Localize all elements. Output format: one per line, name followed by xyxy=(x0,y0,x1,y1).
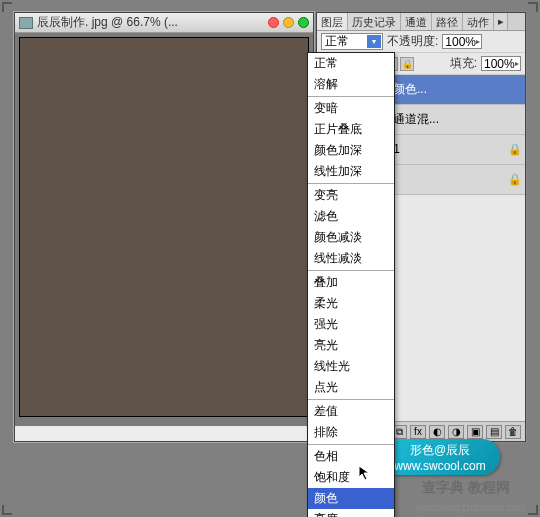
tab-channels[interactable]: 通道 xyxy=(401,13,432,30)
blend-option[interactable]: 滤色 xyxy=(308,206,394,227)
blend-option[interactable]: 变亮 xyxy=(308,185,394,206)
blend-mode-value: 正常 xyxy=(325,33,349,50)
bubble-line1: 形色@辰辰 xyxy=(410,442,470,459)
blend-option[interactable]: 线性减淡 xyxy=(308,248,394,269)
bubble-line2: www.swcool.com xyxy=(394,459,485,473)
separator xyxy=(308,183,394,184)
blend-option[interactable]: 颜色 xyxy=(308,488,394,509)
layer-name: 通道混... xyxy=(393,111,522,128)
blend-option[interactable]: 溶解 xyxy=(308,74,394,95)
chevron-down-icon: ▾ xyxy=(367,35,381,48)
doc-icon xyxy=(19,17,33,29)
lock-icon: 🔒 xyxy=(508,173,522,186)
layer-name: 颜色... xyxy=(393,81,522,98)
blend-option[interactable]: 线性光 xyxy=(308,356,394,377)
canvas-area xyxy=(15,33,313,426)
separator xyxy=(308,96,394,97)
fill-label: 填充: xyxy=(450,55,477,72)
separator xyxy=(308,444,394,445)
tab-history[interactable]: 历史记录 xyxy=(348,13,401,30)
trash-icon[interactable]: 🗑 xyxy=(505,425,521,439)
folder-icon[interactable]: ▣ xyxy=(467,425,483,439)
minimize-button[interactable] xyxy=(283,17,294,28)
blend-option[interactable]: 亮光 xyxy=(308,335,394,356)
blend-mode-dropdown[interactable]: 正常溶解变暗正片叠底颜色加深线性加深变亮滤色颜色减淡线性减淡叠加柔光强光亮光线性… xyxy=(307,52,395,517)
watermark-text-2: jiaocheng.chazidian.com xyxy=(416,502,526,513)
blend-option[interactable]: 颜色减淡 xyxy=(308,227,394,248)
tab-layers[interactable]: 图层 xyxy=(317,13,348,30)
lock-icon: 🔒 xyxy=(508,143,522,156)
doc-title: 辰辰制作. jpg @ 66.7% (... xyxy=(37,14,268,31)
document-window: 辰辰制作. jpg @ 66.7% (... xyxy=(14,12,314,442)
blend-option[interactable]: 颜色加深 xyxy=(308,140,394,161)
watermark-bubble: 形色@辰辰 www.swcool.com xyxy=(380,439,500,475)
blend-option[interactable]: 差值 xyxy=(308,401,394,422)
blend-option[interactable]: 正常 xyxy=(308,53,394,74)
fill-input[interactable]: 100%▸ xyxy=(481,56,521,71)
blend-mode-select[interactable]: 正常 ▾ xyxy=(321,33,383,50)
opacity-input[interactable]: 100%▸ xyxy=(442,34,482,49)
tab-actions[interactable]: 动作 xyxy=(463,13,494,30)
panel-tabs: 图层 历史记录 通道 路径 动作 ▸ xyxy=(317,13,525,31)
fx-icon[interactable]: fx xyxy=(410,425,426,439)
blend-option[interactable]: 亮度 xyxy=(308,509,394,517)
blend-option[interactable]: 排除 xyxy=(308,422,394,443)
blend-option[interactable]: 线性加深 xyxy=(308,161,394,182)
blend-option[interactable]: 变暗 xyxy=(308,98,394,119)
canvas[interactable] xyxy=(19,37,309,417)
lock-all-icon[interactable]: 🔒 xyxy=(400,57,414,71)
blend-option[interactable]: 叠加 xyxy=(308,272,394,293)
separator xyxy=(308,399,394,400)
titlebar[interactable]: 辰辰制作. jpg @ 66.7% (... xyxy=(15,13,313,33)
opacity-label: 不透明度: xyxy=(387,33,438,50)
separator xyxy=(308,270,394,271)
panel-menu-icon[interactable]: ▸ xyxy=(494,13,508,30)
mask-icon[interactable]: ◐ xyxy=(429,425,445,439)
blend-option[interactable]: 饱和度 xyxy=(308,467,394,488)
blend-option[interactable]: 正片叠底 xyxy=(308,119,394,140)
new-layer-icon[interactable]: ▤ xyxy=(486,425,502,439)
blend-option[interactable]: 色相 xyxy=(308,446,394,467)
close-button[interactable] xyxy=(268,17,279,28)
adjustment-icon[interactable]: ◑ xyxy=(448,425,464,439)
tab-paths[interactable]: 路径 xyxy=(432,13,463,30)
blend-option[interactable]: 点光 xyxy=(308,377,394,398)
zoom-button[interactable] xyxy=(298,17,309,28)
blend-option[interactable]: 强光 xyxy=(308,314,394,335)
watermark-text-1: 查字典 教程网 xyxy=(422,479,510,497)
blend-option[interactable]: 柔光 xyxy=(308,293,394,314)
